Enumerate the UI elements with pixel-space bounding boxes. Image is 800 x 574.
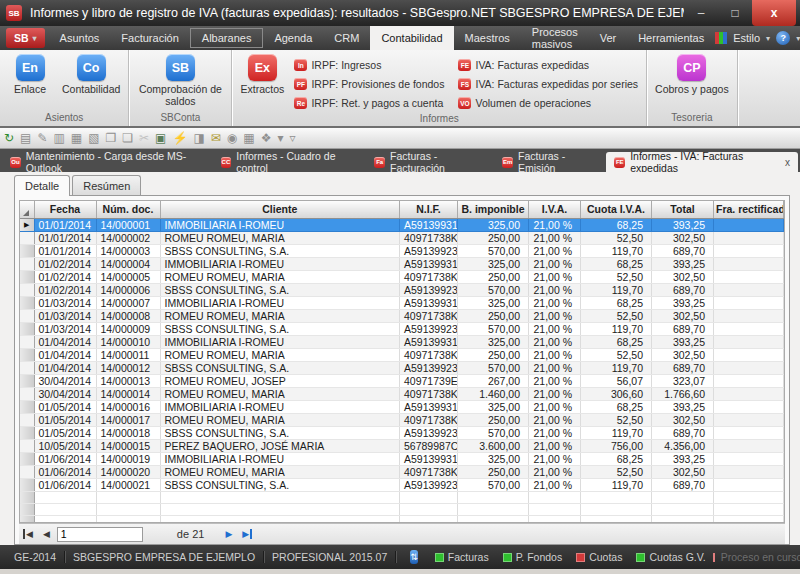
menu-tab-contabilidad[interactable]: Contabilidad [370, 26, 453, 50]
grid-cell[interactable]: IMMOBILIARIA I-ROMEU [160, 257, 400, 270]
grid-cell[interactable] [581, 491, 652, 503]
grid-cell[interactable]: 14/000010 [96, 335, 160, 348]
grid-cell[interactable]: 689,70 [652, 322, 714, 335]
menu-tab-albaranes[interactable]: Albaranes [190, 28, 264, 48]
grid-cell[interactable]: 250,00 [458, 270, 529, 283]
extractos-button[interactable]: Ex Extractos [240, 54, 284, 95]
grid-cell[interactable]: 302,50 [652, 465, 714, 478]
grid-cell[interactable] [458, 503, 529, 515]
grid-cell[interactable]: 302,50 [652, 231, 714, 244]
prev-page-button[interactable]: ◀ [40, 529, 53, 539]
grid-cell[interactable]: 21,00 % [529, 465, 581, 478]
grid-cell[interactable]: ROMEU ROMEU, MARIA [160, 387, 400, 400]
ribbon-item-volumen-de-operaciones[interactable]: VOVolumen de operaciones [458, 94, 638, 112]
grid-cell[interactable]: IMMOBILIARIA I-ROMEU [160, 335, 400, 348]
column-header-total[interactable]: Total [652, 201, 714, 218]
grid-cell[interactable]: 68,25 [581, 452, 652, 465]
grid-cell[interactable]: 570,00 [458, 361, 529, 374]
grid-cell[interactable]: 01/01/2014 [34, 244, 96, 257]
grid-cell[interactable]: SBSS CONSULTING, S.A. [160, 283, 400, 296]
grid-cell[interactable]: 01/05/2014 [34, 413, 96, 426]
grid-cell[interactable]: 119,70 [581, 426, 652, 439]
grid-cell[interactable]: 40971738K [400, 231, 458, 244]
grid-cell[interactable]: 250,00 [458, 413, 529, 426]
grid-cell[interactable]: 40971738K [400, 348, 458, 361]
grid-cell[interactable]: 01/01/2014 [34, 218, 96, 231]
grid-cell[interactable]: 325,00 [458, 452, 529, 465]
grid-cell[interactable]: 01/01/2014 [34, 231, 96, 244]
grid-cell[interactable] [714, 452, 784, 465]
grid-cell[interactable]: 393,25 [652, 335, 714, 348]
grid-cell[interactable] [96, 491, 160, 503]
row-selector[interactable] [20, 283, 34, 296]
refresh-icon[interactable]: ↻ [4, 132, 14, 144]
grid-cell[interactable]: A59139923 [400, 244, 458, 257]
grid-cell[interactable]: 302,50 [652, 413, 714, 426]
grid-cell[interactable]: 68,25 [581, 335, 652, 348]
grid-cell[interactable]: 01/05/2014 [34, 426, 96, 439]
grid-cell[interactable]: 10/05/2014 [34, 439, 96, 452]
page-input[interactable] [57, 527, 143, 542]
minimize-button[interactable]: – [684, 0, 718, 26]
grid-cell[interactable] [714, 515, 784, 523]
grid-cell[interactable]: 325,00 [458, 335, 529, 348]
row-selector[interactable] [20, 322, 34, 335]
contabilidad-button[interactable]: Co Contabilidad [62, 54, 120, 95]
row-selector[interactable] [20, 257, 34, 270]
grid-cell[interactable]: IMMOBILIARIA I-ROMEU [160, 452, 400, 465]
more-dropdown-icon[interactable]: ▾ [277, 132, 283, 144]
row-selector[interactable] [20, 361, 34, 374]
grid-cell[interactable]: 21,00 % [529, 426, 581, 439]
grid-cell[interactable]: 393,25 [652, 452, 714, 465]
row-selector[interactable] [20, 465, 34, 478]
row-selector[interactable] [20, 387, 34, 400]
row-selector[interactable]: ▶ [20, 218, 34, 231]
open-folder-icon[interactable]: ▤ [20, 132, 31, 144]
ribbon-item-irpf-ret-y-pagos-a-cuenta[interactable]: ReIRPF: Ret. y pagos a cuenta [294, 94, 444, 112]
tab-resumen[interactable]: Resúmen [72, 175, 141, 195]
grid-cell[interactable] [34, 515, 96, 523]
column-header-cliente[interactable]: Cliente [160, 201, 400, 218]
grid-cell[interactable]: A59139931 [400, 452, 458, 465]
save-icon[interactable]: ▧ [88, 132, 99, 144]
menu-tab-herramientas[interactable]: Herramientas [627, 26, 715, 50]
grid-cell[interactable] [714, 257, 784, 270]
grid-cell[interactable]: 56789987C [400, 439, 458, 452]
grid-cell[interactable]: 323,07 [652, 374, 714, 387]
grid-cell[interactable]: 21,00 % [529, 296, 581, 309]
grid-cell[interactable]: 30/04/2014 [34, 374, 96, 387]
menu-tab-asuntos[interactable]: Asuntos [49, 26, 111, 50]
grid-cell[interactable]: 14/000011 [96, 348, 160, 361]
cut-icon[interactable]: ✂ [139, 132, 149, 144]
row-selector[interactable] [20, 348, 34, 361]
grid-cell[interactable]: 56,07 [581, 374, 652, 387]
grid-cell[interactable] [400, 503, 458, 515]
grid-cell[interactable] [160, 491, 400, 503]
grid-cell[interactable] [160, 503, 400, 515]
grid-cell[interactable]: 68,25 [581, 296, 652, 309]
grid-cell[interactable]: 01/02/2014 [34, 283, 96, 296]
menu-tab-crm[interactable]: CRM [323, 26, 370, 50]
grid-cell[interactable] [714, 348, 784, 361]
grid-cell[interactable]: A59139931 [400, 218, 458, 231]
grid-cell[interactable]: 21,00 % [529, 270, 581, 283]
grid-cell[interactable]: 119,70 [581, 283, 652, 296]
grid-cell[interactable] [714, 296, 784, 309]
edit-icon[interactable]: ✎ [37, 132, 47, 144]
grid-cell[interactable] [400, 491, 458, 503]
grid-cell[interactable]: 52,50 [581, 231, 652, 244]
grid-cell[interactable]: ROMEU ROMEU, JOSEP [160, 374, 400, 387]
column-header-fecha[interactable]: Fecha [34, 201, 96, 218]
layout-icon[interactable]: ❖ [261, 132, 272, 144]
grid-cell[interactable]: 393,25 [652, 257, 714, 270]
grid-cell[interactable]: 267,00 [458, 374, 529, 387]
copy-icon[interactable]: ❐ [106, 132, 117, 144]
mdi-tab-mantenimiento-carga-desde-ms-outlook[interactable]: OuMantenimiento - Carga desde MS-Outlook [2, 152, 211, 172]
grid-cell[interactable]: 40971738K [400, 387, 458, 400]
grid-cell[interactable]: 14/000014 [96, 387, 160, 400]
mdi-tab-informes-cuadro-de-control[interactable]: CCInformes - Cuadro de control [213, 152, 365, 172]
row-selector[interactable] [20, 231, 34, 244]
grid-cell[interactable]: 250,00 [458, 309, 529, 322]
tab-close-icon[interactable]: x [785, 157, 790, 168]
grid-cell[interactable] [714, 478, 784, 491]
